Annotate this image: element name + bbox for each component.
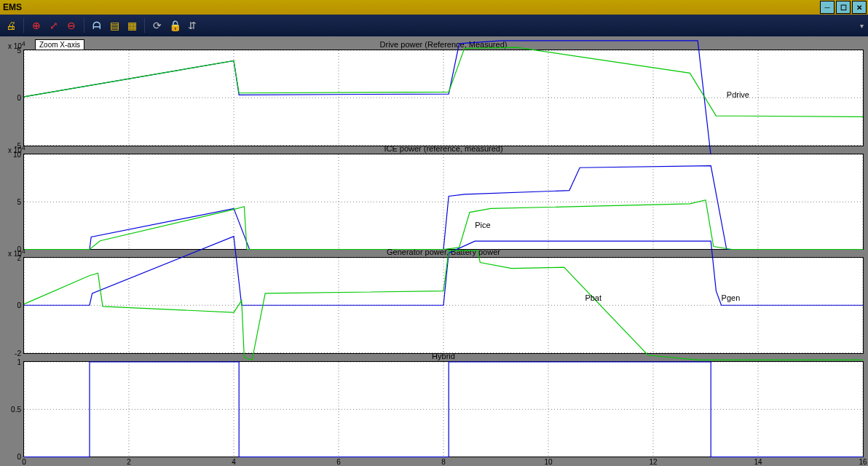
- y-tick-label: 10: [13, 150, 21, 158]
- x-tick-label: 2: [127, 458, 131, 466]
- axes-ax1[interactable]: Drive power (Reference, Measured)x 104-5…: [23, 50, 864, 146]
- x-tick-label: 14: [754, 458, 762, 466]
- minimize-button[interactable]: ─: [820, 1, 835, 14]
- y-tick-label: 0: [17, 453, 21, 461]
- x-tick-label: 6: [336, 458, 341, 466]
- zoom-x-icon[interactable]: ⤢: [47, 19, 60, 32]
- legend-icon[interactable]: ▤: [108, 19, 121, 32]
- toolbar-collapse-icon[interactable]: ▾: [860, 22, 864, 30]
- chart-title: Generator power, Battery power: [24, 248, 863, 256]
- history-icon[interactable]: ⟳: [151, 19, 164, 32]
- y-tick-label: 0: [17, 301, 21, 309]
- annotation-label: Pdrive: [727, 90, 749, 99]
- plot-area: Zoom X-axis Drive power (Reference, Meas…: [0, 36, 868, 466]
- x-tick-label: 16: [859, 458, 867, 466]
- autoscale-icon[interactable]: ᗩ: [90, 19, 103, 32]
- y-tick-label: 2: [17, 254, 21, 262]
- axes-ax4[interactable]: Hybrid00.510246810121416: [23, 361, 864, 458]
- float-icon[interactable]: ⇵: [186, 19, 199, 32]
- axes-ax2[interactable]: ICE power (reference, measured)x 1040510…: [23, 154, 864, 250]
- toolbar-separator: [23, 18, 24, 33]
- zoom-out-icon[interactable]: ⊖: [65, 19, 78, 32]
- x-tick-label: 8: [441, 458, 446, 466]
- y-tick-label: 5: [17, 197, 21, 205]
- close-button[interactable]: ✕: [852, 1, 867, 14]
- chart-title: ICE power (reference, measured): [24, 144, 863, 153]
- window-titlebar: EMS ─ ☐ ✕: [0, 0, 868, 15]
- x-tick-label: 4: [232, 458, 236, 466]
- y-tick-label: 1: [17, 358, 21, 366]
- y-tick-label: 5: [17, 47, 21, 55]
- print-icon[interactable]: 🖨: [4, 19, 17, 32]
- axes-ax3[interactable]: Generator power, Battery powerx 104-202P…: [23, 257, 864, 354]
- figure-toolbar: 🖨 ⊕ ⤢ ⊖ ᗩ ▤ ▦ ⟳ 🔒 ⇵ ▾: [0, 15, 868, 36]
- zoom-tooltip: Zoom X-axis: [35, 39, 84, 50]
- x-tick-label: 12: [649, 458, 657, 466]
- window-title: EMS: [3, 2, 22, 12]
- x-tick-label: 10: [544, 458, 552, 466]
- x-tick-label: 0: [22, 458, 26, 466]
- parameters-icon[interactable]: ▦: [125, 19, 138, 32]
- toolbar-separator: [144, 18, 145, 33]
- chart-title: Hybrid: [24, 352, 863, 360]
- lock-icon[interactable]: 🔒: [168, 19, 181, 32]
- y-tick-label: 0: [17, 94, 21, 102]
- titlebar-buttons: ─ ☐ ✕: [820, 1, 867, 14]
- plot-canvas: [24, 154, 863, 250]
- maximize-button[interactable]: ☐: [836, 1, 851, 14]
- annotation-label: Pice: [475, 221, 490, 229]
- zoom-in-icon[interactable]: ⊕: [30, 19, 43, 32]
- annotation-label: Pbat: [585, 293, 601, 302]
- y-tick-label: 0.5: [11, 405, 21, 413]
- toolbar-separator: [84, 18, 84, 33]
- annotation-label: Pgen: [722, 293, 741, 302]
- series-line: [24, 47, 863, 116]
- chart-title: Drive power (Reference, Measured): [24, 40, 863, 49]
- plot-canvas: [24, 362, 863, 457]
- plot-canvas: [24, 258, 863, 353]
- y-tick-label: -2: [15, 349, 21, 357]
